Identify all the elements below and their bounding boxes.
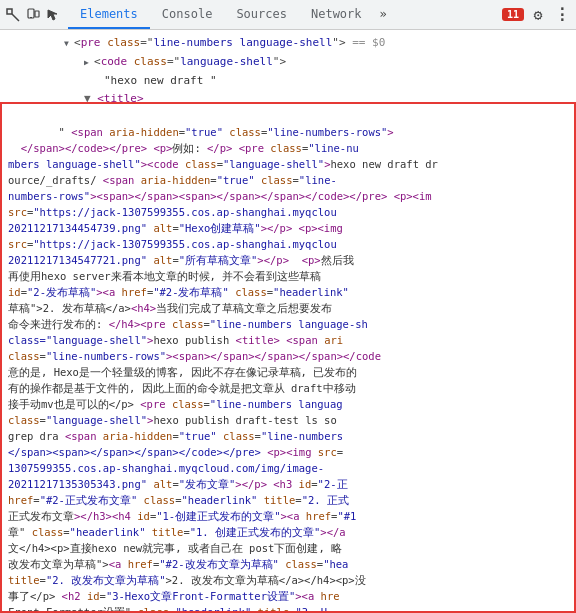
toolbar-left-icons xyxy=(4,6,68,24)
devtools-toolbar: Elements Console Sources Network » 11 ⚙ … xyxy=(0,0,576,30)
inspect-icon[interactable] xyxy=(4,6,22,24)
dom-tree-top: <pre class="line-numbers language-shell"… xyxy=(0,30,576,102)
tab-sources[interactable]: Sources xyxy=(224,0,299,29)
inner-html-content: " <span aria-hidden="true" class="line-n… xyxy=(2,104,574,613)
more-options-icon[interactable]: ⋮ xyxy=(552,5,572,25)
dom-line-text: "hexo new draft " xyxy=(0,72,576,90)
svg-rect-3 xyxy=(35,11,39,17)
svg-marker-5 xyxy=(48,10,57,20)
settings-icon[interactable]: ⚙ xyxy=(528,5,548,25)
error-count-badge[interactable]: 11 xyxy=(502,8,524,21)
pointer-icon[interactable] xyxy=(44,6,62,24)
triangle-code[interactable] xyxy=(84,53,94,72)
dom-line-code[interactable]: <code class="language-shell"> xyxy=(0,53,576,72)
dom-line-title[interactable]: ▼ <title> xyxy=(0,90,576,102)
svg-line-1 xyxy=(12,14,19,21)
triangle-pre[interactable] xyxy=(64,34,74,53)
tab-network[interactable]: Network xyxy=(299,0,374,29)
tab-console[interactable]: Console xyxy=(150,0,225,29)
tab-more[interactable]: » xyxy=(374,0,393,29)
device-icon[interactable] xyxy=(24,6,42,24)
svg-rect-0 xyxy=(7,9,12,14)
highlighted-content-box[interactable]: " <span aria-hidden="true" class="line-n… xyxy=(0,102,576,613)
svg-rect-2 xyxy=(28,9,34,18)
devtools-tabs: Elements Console Sources Network » xyxy=(68,0,393,29)
toolbar-right: 11 ⚙ ⋮ xyxy=(502,5,572,25)
tab-elements[interactable]: Elements xyxy=(68,0,150,29)
elements-panel: <pre class="line-numbers language-shell"… xyxy=(0,30,576,613)
dom-line-pre[interactable]: <pre class="line-numbers language-shell"… xyxy=(0,34,576,53)
